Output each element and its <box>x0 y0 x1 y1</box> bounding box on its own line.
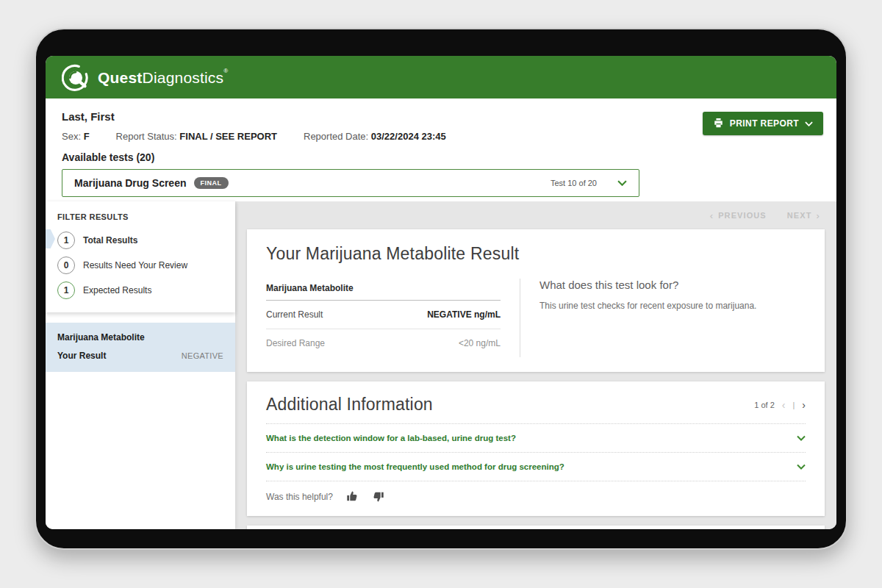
patient-sex: Sex: F <box>62 131 90 142</box>
print-report-label: PRINT REPORT <box>730 118 799 129</box>
filter-item-label: Results Need Your Review <box>83 260 187 270</box>
chevron-right-icon: › <box>817 210 820 221</box>
faq-prev-button[interactable]: ‹ <box>782 399 786 411</box>
count-badge: 1 <box>57 232 75 249</box>
additional-info-title: Additional Information <box>266 395 433 415</box>
faq-next-button[interactable]: › <box>802 399 806 411</box>
row-value: <20 ng/mL <box>459 338 501 348</box>
selected-test-name: Marijuana Drug Screen <box>74 177 187 189</box>
result-table-header: Marijuana Metabolite <box>266 279 501 301</box>
table-row: Current Result NEGATIVE ng/mL <box>266 301 501 329</box>
next-test-button[interactable]: NEXT › <box>787 210 820 221</box>
chevron-down-icon <box>797 435 806 441</box>
test-pager: ‹ PREVIOUS NEXT › <box>247 201 825 229</box>
filter-item-total-results[interactable]: 1 Total Results <box>57 232 223 249</box>
faq-question-text: What is the detection window for a lab-b… <box>266 434 516 442</box>
tablet-frame: QuestDiagnostics® Last, First Sex: F Rep… <box>35 28 847 550</box>
pagination-separator: | <box>792 401 795 409</box>
chevron-left-icon: ‹ <box>710 210 714 221</box>
helpful-label: Was this helpful? <box>266 492 333 502</box>
test-info-panel: What does this test look for? This urine… <box>520 279 806 357</box>
app-screen: QuestDiagnostics® Last, First Sex: F Rep… <box>46 56 836 529</box>
brand-diagnostics: Diagnostics <box>143 69 224 86</box>
result-card-title: Your Marijuana Metabolite Result <box>266 244 806 264</box>
patient-info-section: Last, First Sex: F Report Status: FINAL … <box>46 98 836 197</box>
filter-sidebar: FILTER RESULTS 1 Total Results 0 Results… <box>46 201 235 529</box>
reported-date: Reported Date: 03/22/2024 23:45 <box>304 131 446 142</box>
results-content: FILTER RESULTS 1 Total Results 0 Results… <box>46 201 836 529</box>
filter-title: FILTER RESULTS <box>46 201 235 224</box>
filter-block: FILTER RESULTS 1 Total Results 0 Results… <box>46 201 235 312</box>
selected-filter-notch-icon <box>46 229 55 248</box>
filter-item-need-review[interactable]: 0 Results Need Your Review <box>57 257 223 274</box>
quest-logo-icon <box>62 63 90 91</box>
additional-info-card: Additional Information 1 of 2 ‹ | › What… <box>247 381 825 516</box>
test-info-body: This urine test checks for recent exposu… <box>539 299 806 312</box>
row-label: Current Result <box>266 309 323 320</box>
thumb-down-icon[interactable] <box>372 490 384 503</box>
filter-item-label: Total Results <box>83 235 137 245</box>
result-item-value: NEGATIVE <box>182 351 223 360</box>
filter-item-label: Expected Results <box>83 285 151 295</box>
status-badge: FINAL <box>194 177 229 189</box>
helpful-row: Was this helpful? <box>266 481 806 509</box>
next-label: NEXT <box>787 211 812 220</box>
available-tests-label: Available tests (20) <box>62 151 820 163</box>
count-badge: 0 <box>57 257 75 274</box>
brand-quest: Quest <box>98 69 143 86</box>
thumb-up-icon[interactable] <box>346 490 359 503</box>
brand-trademark: ® <box>223 68 228 74</box>
row-value: NEGATIVE ng/mL <box>427 309 501 320</box>
printer-icon <box>713 118 724 130</box>
filter-item-expected-results[interactable]: 1 Expected Results <box>57 282 223 299</box>
history-card: Your Result History <box>247 526 825 529</box>
main-panel: ‹ PREVIOUS NEXT › Your Marijuana Metabol… <box>235 201 836 529</box>
page-indicator: 1 of 2 <box>754 401 775 409</box>
count-badge: 1 <box>57 282 75 299</box>
table-row: Desired Range <20 ng/mL <box>266 329 501 357</box>
result-card: Your Marijuana Metabolite Result Marijua… <box>247 229 825 372</box>
faq-question-text: Why is urine testing the most frequently… <box>266 462 564 471</box>
row-label: Desired Range <box>266 338 325 348</box>
result-item-test-name: Marijuana Metabolite <box>57 332 223 343</box>
chevron-down-icon <box>617 180 627 186</box>
faq-question-detection-window[interactable]: What is the detection window for a lab-b… <box>266 423 806 452</box>
previous-test-button[interactable]: ‹ PREVIOUS <box>710 210 767 221</box>
result-item-label: Your Result <box>57 351 106 361</box>
result-table: Marijuana Metabolite Current Result NEGA… <box>266 279 520 357</box>
faq-question-urine-testing[interactable]: Why is urine testing the most frequently… <box>266 452 806 481</box>
test-position: Test 10 of 20 <box>551 179 597 187</box>
chevron-down-icon <box>797 464 806 470</box>
print-report-button[interactable]: PRINT REPORT <box>703 112 823 135</box>
chevron-down-icon <box>805 121 813 126</box>
faq-pagination: 1 of 2 ‹ | › <box>754 399 806 411</box>
test-info-heading: What does this test look for? <box>539 279 806 291</box>
brand-header: QuestDiagnostics® <box>46 56 836 98</box>
result-list-item[interactable]: Marijuana Metabolite Your Result NEGATIV… <box>46 323 235 372</box>
previous-label: PREVIOUS <box>718 211 767 220</box>
report-status: Report Status: FINAL / SEE REPORT <box>116 131 277 142</box>
brand-wordmark: QuestDiagnostics® <box>98 68 228 87</box>
test-selector-dropdown[interactable]: Marijuana Drug Screen FINAL Test 10 of 2… <box>62 169 639 197</box>
